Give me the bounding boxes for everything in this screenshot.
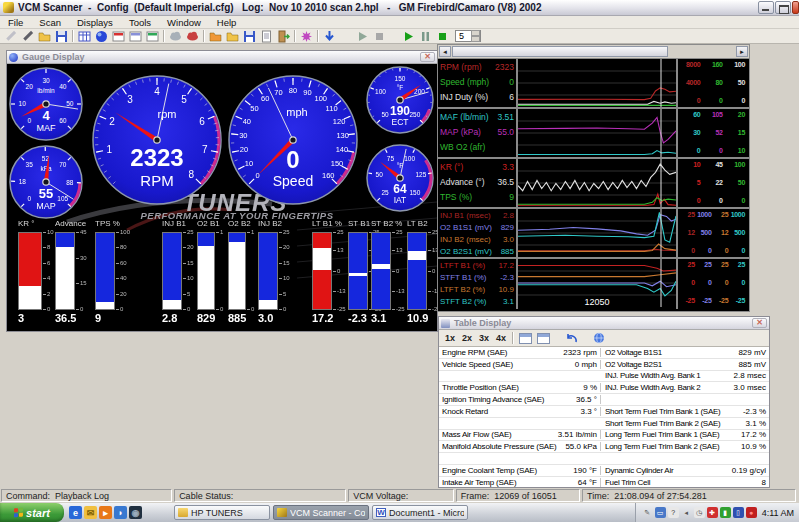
network-icon[interactable]: ▮ bbox=[720, 507, 731, 518]
window2-icon[interactable] bbox=[536, 332, 550, 344]
settings-icon[interactable] bbox=[299, 30, 314, 43]
menu-help[interactable]: Help bbox=[209, 17, 245, 28]
bar-tick-label: 0 bbox=[432, 268, 435, 274]
taskbar-button-hp-tuners[interactable]: HP TUNERS bbox=[174, 505, 270, 520]
globe-icon[interactable] bbox=[592, 332, 606, 344]
play-preview-icon[interactable] bbox=[355, 30, 370, 43]
axis-value: 30 bbox=[678, 129, 700, 136]
help-icon[interactable]: ? bbox=[668, 507, 679, 518]
table-window-titlebar[interactable]: Table Display ✕ bbox=[439, 317, 769, 330]
axis-value: 50 bbox=[723, 179, 745, 186]
open-log-icon[interactable] bbox=[208, 30, 223, 43]
save-log-icon[interactable] bbox=[242, 30, 257, 43]
quick-launch: e✉▸◗◉ bbox=[68, 506, 143, 519]
status-vcmvoltage: VCM Voltage: bbox=[348, 489, 453, 502]
axis-value: 5 bbox=[678, 179, 700, 186]
bar-tick bbox=[183, 247, 186, 248]
bar-body bbox=[18, 232, 42, 310]
browse-log-icon[interactable] bbox=[225, 30, 240, 43]
download-icon[interactable] bbox=[322, 30, 337, 43]
gauge-window-titlebar[interactable]: Gauge Display ✕ bbox=[7, 51, 437, 64]
export-log-icon[interactable] bbox=[276, 30, 291, 43]
stop-log-icon[interactable] bbox=[435, 30, 450, 43]
zoom-1x[interactable]: 1x bbox=[442, 332, 458, 344]
axis-row: 6010520 bbox=[678, 111, 745, 118]
menu-displays[interactable]: Displays bbox=[69, 17, 121, 28]
bar-tick bbox=[183, 263, 186, 264]
zoom-2x[interactable]: 2x bbox=[459, 332, 475, 344]
bar-tick bbox=[43, 278, 46, 279]
spinner-buttons[interactable] bbox=[471, 30, 480, 42]
vcm-scanner-window: VCM Scanner - Config (Default Imperial.c… bbox=[0, 0, 799, 522]
messenger-icon[interactable]: ◗ bbox=[114, 506, 127, 519]
usb-icon[interactable]: ▯ bbox=[733, 507, 744, 518]
edit-pencil-light-icon[interactable] bbox=[3, 30, 18, 43]
minimize-button[interactable] bbox=[758, 1, 774, 14]
svg-text:110: 110 bbox=[326, 104, 338, 113]
chart-view-icon[interactable] bbox=[111, 30, 126, 43]
vcm-write-icon[interactable] bbox=[185, 30, 200, 43]
stop-icon[interactable]: ● bbox=[746, 507, 757, 518]
start-button[interactable]: start bbox=[0, 503, 64, 522]
chart-strips: RPM (rpm)2323Speed (mph)0INJ Duty (%)680… bbox=[438, 59, 749, 309]
channel-value: 6 bbox=[509, 92, 514, 102]
param-name: INJ. Pulse Width Avg. Bank 2 bbox=[601, 383, 720, 392]
svg-text:250: 250 bbox=[410, 111, 421, 118]
close-button[interactable] bbox=[792, 1, 799, 14]
open-config-icon[interactable] bbox=[37, 30, 52, 43]
menu-scan[interactable]: Scan bbox=[31, 17, 69, 28]
dashboard-view-icon[interactable] bbox=[128, 30, 143, 43]
record-icon[interactable]: ◉ bbox=[129, 506, 142, 519]
table-row: Ignition Timing Advance (SAE)36.5 ° bbox=[439, 394, 769, 406]
menu-tools[interactable]: Tools bbox=[121, 17, 159, 28]
dial-ect: 50100150200250°F190ECT bbox=[367, 67, 433, 133]
stop-preview-icon[interactable] bbox=[372, 30, 387, 43]
frame-skip-spinner[interactable]: 5 bbox=[455, 30, 481, 42]
scroll-left-icon[interactable]: ◄ bbox=[439, 46, 451, 57]
toolbar-separator bbox=[294, 30, 296, 42]
chart-scrollbar[interactable]: ◄ ► bbox=[438, 45, 749, 59]
gauge-window-close-icon[interactable]: ✕ bbox=[420, 52, 435, 62]
bar-tick-label: 6 bbox=[47, 260, 50, 266]
table-view-icon[interactable] bbox=[77, 30, 92, 43]
bar-tick bbox=[216, 232, 219, 233]
svg-text:70: 70 bbox=[59, 161, 67, 168]
spin-down-icon[interactable] bbox=[471, 36, 480, 42]
bar-tick bbox=[116, 263, 119, 264]
chart-display-window: ◄ ► RPM (rpm)2323Speed (mph)0INJ Duty (%… bbox=[437, 44, 750, 312]
display-icon[interactable]: ▭ bbox=[655, 507, 666, 518]
taskbar-button-document1-microsof-[interactable]: WDocument1 - Microsof... bbox=[372, 505, 468, 520]
menu-file[interactable]: File bbox=[0, 17, 31, 28]
gauge-view-icon[interactable] bbox=[94, 30, 109, 43]
bar-body bbox=[312, 232, 332, 310]
menu-window[interactable]: Window bbox=[159, 17, 209, 28]
media-icon[interactable]: ▸ bbox=[99, 506, 112, 519]
save-config-icon[interactable] bbox=[54, 30, 69, 43]
zoom-3x[interactable]: 3x bbox=[476, 332, 492, 344]
list-view-icon[interactable] bbox=[145, 30, 160, 43]
maximize-button[interactable] bbox=[775, 1, 791, 14]
ie-icon[interactable]: e bbox=[69, 506, 82, 519]
shield-icon[interactable]: ✚ bbox=[707, 507, 718, 518]
mail-icon[interactable]: ✉ bbox=[84, 506, 97, 519]
window-icon[interactable] bbox=[518, 332, 532, 344]
log-file-icon[interactable] bbox=[259, 30, 274, 43]
table-row: Vehicle Speed (SAE)0 mphO2 Voltage B2S18… bbox=[439, 359, 769, 371]
scroll-thumb[interactable] bbox=[452, 46, 668, 57]
bar-tick bbox=[392, 309, 395, 310]
zoom-4x[interactable]: 4x bbox=[493, 332, 509, 344]
axis-value: 25 bbox=[695, 261, 712, 268]
play-log-icon[interactable] bbox=[401, 30, 416, 43]
arrow-icon[interactable]: ◂ bbox=[681, 507, 692, 518]
pause-log-icon[interactable] bbox=[418, 30, 433, 43]
table-window-close-icon[interactable]: ✕ bbox=[752, 318, 767, 328]
pen-icon[interactable]: ✎ bbox=[642, 507, 653, 518]
taskbar-clock: 4:11 AM bbox=[762, 508, 794, 518]
taskbar-button-vcm-scanner-confi-[interactable]: VCM Scanner - Confi... bbox=[273, 505, 369, 520]
undo-icon[interactable] bbox=[564, 332, 578, 344]
clock-icon[interactable]: ◷ bbox=[694, 507, 705, 518]
edit-pencil-icon[interactable] bbox=[20, 30, 35, 43]
scroll-right-icon[interactable]: ► bbox=[736, 46, 748, 57]
channel-value: 3.1 bbox=[503, 297, 514, 306]
vcm-read-icon[interactable] bbox=[168, 30, 183, 43]
